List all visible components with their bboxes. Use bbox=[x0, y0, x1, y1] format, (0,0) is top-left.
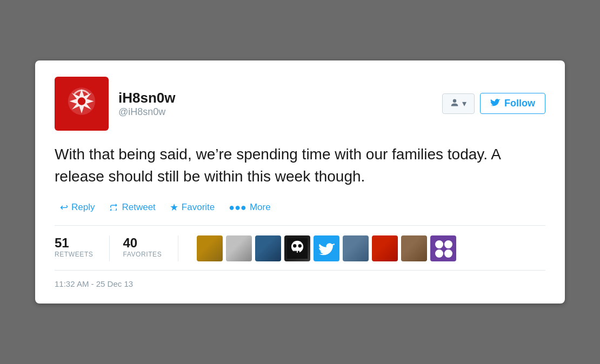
favorite-button[interactable]: ★ Favorite bbox=[164, 199, 220, 215]
favorite-icon: ★ bbox=[170, 201, 178, 213]
mini-avatar-2[interactable] bbox=[226, 235, 252, 261]
mini-avatar-5[interactable] bbox=[314, 235, 339, 261]
tweet-timestamp: 11:32 AM - 25 Dec 13 bbox=[55, 279, 545, 288]
avatar[interactable] bbox=[55, 77, 109, 131]
favorite-label: Favorite bbox=[182, 202, 215, 213]
twitter-bird-icon bbox=[490, 98, 500, 109]
person-icon bbox=[450, 98, 459, 109]
header-buttons: ▾ Follow bbox=[442, 93, 545, 114]
retweet-icon bbox=[109, 202, 118, 213]
user-info: iH8sn0w @iH8sn0w bbox=[55, 77, 176, 131]
mini-avatar-9[interactable] bbox=[430, 235, 456, 261]
reply-button[interactable]: ↩ Reply bbox=[55, 199, 100, 215]
mini-avatar-1[interactable] bbox=[197, 235, 223, 261]
svg-point-3 bbox=[453, 99, 456, 103]
mini-avatar-7[interactable] bbox=[372, 235, 398, 261]
favorites-label: FAVORITES bbox=[123, 251, 162, 258]
svg-point-2 bbox=[78, 97, 85, 105]
svg-point-7 bbox=[298, 244, 302, 247]
tweet-stats: 51 RETWEETS 40 FAVORITES bbox=[55, 235, 545, 271]
mini-avatar-8[interactable] bbox=[401, 235, 427, 261]
retweet-label: Retweet bbox=[122, 202, 155, 213]
screen-name[interactable]: @iH8sn0w bbox=[118, 106, 176, 118]
user-menu-button[interactable]: ▾ bbox=[442, 93, 475, 114]
tweet-text: With that being said, we’re spending tim… bbox=[55, 144, 545, 187]
more-dots-icon: ●●● bbox=[229, 202, 246, 213]
follow-button[interactable]: Follow bbox=[480, 93, 545, 114]
retweet-count-block: 51 RETWEETS bbox=[55, 235, 110, 261]
reply-icon: ↩ bbox=[60, 201, 68, 213]
dropdown-arrow-icon: ▾ bbox=[462, 98, 466, 109]
tweet-actions: ↩ Reply Retweet ★ Favorite ●●● More bbox=[55, 199, 545, 226]
retweet-label: RETWEETS bbox=[55, 251, 93, 258]
retweet-button[interactable]: Retweet bbox=[103, 200, 161, 215]
mini-avatar-6[interactable] bbox=[343, 235, 369, 261]
favorites-count-block: 40 FAVORITES bbox=[123, 235, 178, 261]
tweet-header: iH8sn0w @iH8sn0w ▾ bbox=[55, 77, 545, 131]
display-name[interactable]: iH8sn0w bbox=[118, 90, 176, 106]
follow-label: Follow bbox=[504, 98, 535, 109]
reply-label: Reply bbox=[71, 202, 95, 213]
avatar-row bbox=[191, 235, 545, 261]
svg-rect-11 bbox=[294, 250, 301, 251]
mini-avatar-4[interactable] bbox=[284, 235, 310, 261]
tweet-card: iH8sn0w @iH8sn0w ▾ bbox=[35, 60, 565, 304]
mini-avatar-3[interactable] bbox=[255, 235, 281, 261]
favorites-count[interactable]: 40 bbox=[123, 235, 162, 251]
more-button[interactable]: ●●● More bbox=[223, 200, 276, 215]
retweet-count[interactable]: 51 bbox=[55, 235, 93, 251]
more-label: More bbox=[250, 202, 271, 213]
svg-point-6 bbox=[293, 244, 296, 247]
user-names: iH8sn0w @iH8sn0w bbox=[118, 90, 176, 118]
